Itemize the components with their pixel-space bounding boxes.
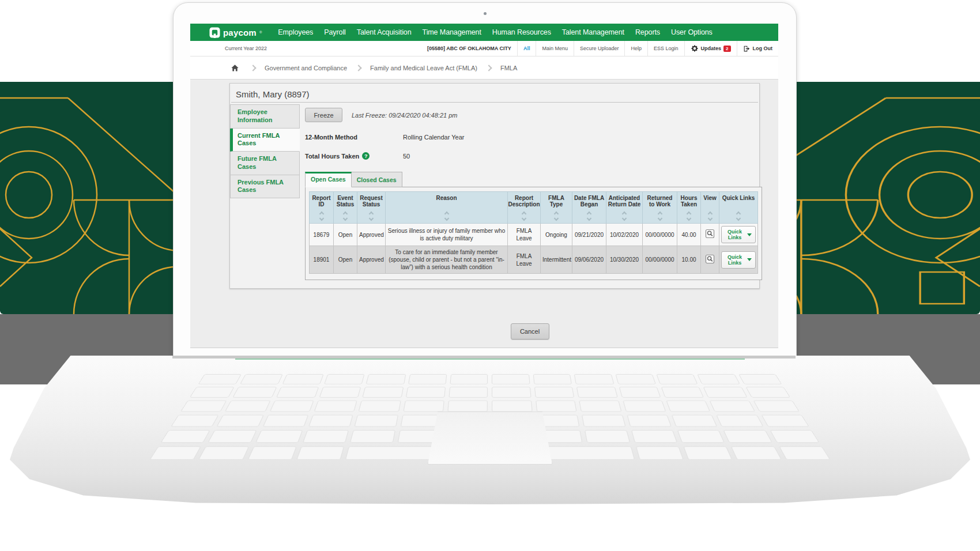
- tab-closed-cases[interactable]: Closed Cases: [352, 172, 402, 187]
- col-quick-links[interactable]: Quick Links: [719, 192, 758, 224]
- breadcrumb-fmla-act[interactable]: Family and Medical Leave Act (FMLA): [370, 65, 477, 71]
- cell-fmla-type: Intermittent: [541, 246, 572, 274]
- sidebar-item-future-fmla-cases[interactable]: Future FMLA Cases: [230, 152, 300, 175]
- sort-icon[interactable]: [542, 210, 571, 222]
- col-request-status[interactable]: Request Status: [357, 192, 386, 224]
- all-link[interactable]: All: [517, 41, 536, 56]
- col-event-status[interactable]: Event Status: [334, 192, 357, 224]
- total-hours-taken-label: Total Hours Taken: [305, 153, 359, 160]
- nav-item-payroll[interactable]: Payroll: [324, 28, 346, 36]
- webcam-dot: [484, 12, 487, 15]
- cell-report-description: FMLA Leave: [508, 246, 541, 274]
- col-hours-taken[interactable]: Hours Taken: [677, 192, 701, 224]
- utility-bar: Current Year 2022 [05580] ABC OF OKLAHOM…: [190, 41, 778, 56]
- logout-link[interactable]: Log Out: [737, 41, 779, 56]
- cell-event-status: Open: [334, 246, 357, 274]
- sort-icon[interactable]: [574, 210, 605, 222]
- sidebar-item-current-fmla-cases[interactable]: Current FMLA Cases: [230, 129, 300, 152]
- nav-item-human-resources[interactable]: Human Resources: [492, 28, 551, 36]
- updates-link[interactable]: Updates 2: [684, 41, 737, 56]
- home-icon[interactable]: [231, 64, 239, 72]
- col-report-id[interactable]: Report ID: [310, 192, 334, 224]
- sort-icon[interactable]: [311, 210, 332, 222]
- quick-links-label: Quick Links: [725, 254, 744, 266]
- cancel-button[interactable]: Cancel: [511, 323, 549, 339]
- quick-links-button[interactable]: Quick Links: [721, 251, 756, 269]
- cell-fmla-type: Ongoing: [541, 224, 572, 246]
- cell-request-status: Approved: [357, 224, 386, 246]
- chevron-down-icon: [747, 233, 752, 236]
- ess-login-link[interactable]: ESS Login: [647, 41, 684, 56]
- employee-fmla-panel: Smith, Mary (8897) Employee Information …: [229, 83, 760, 289]
- col-reason[interactable]: Reason: [386, 192, 508, 224]
- sort-icon[interactable]: [608, 210, 641, 222]
- sort-icon[interactable]: [702, 210, 718, 222]
- sort-icon[interactable]: [679, 210, 699, 222]
- nav-item-reports[interactable]: Reports: [635, 28, 660, 36]
- cell-request-status: Approved: [357, 246, 386, 274]
- gold-geometric-pattern: [0, 82, 180, 314]
- page-area: Smith, Mary (8897) Employee Information …: [190, 80, 778, 348]
- sort-icon[interactable]: [509, 210, 539, 222]
- updates-label: Updates: [701, 46, 722, 51]
- last-freeze-text: Last Freeze: 09/24/2020 04:48:21 pm: [352, 112, 457, 119]
- cell-returned-to-work: 00/00/0000: [643, 246, 677, 274]
- preview-magnifier-icon: [705, 229, 715, 239]
- paycom-logo[interactable]: paycom®: [209, 27, 262, 38]
- main-menu-link[interactable]: Main Menu: [536, 41, 574, 56]
- laptop-trackpad: [428, 412, 552, 465]
- decorative-panel-left: [0, 82, 180, 314]
- twelve-month-method-value: Rolling Calendar Year: [403, 134, 464, 141]
- nav-item-talent-acquisition[interactable]: Talent Acquisition: [357, 28, 412, 36]
- cell-report-id: 18901: [310, 246, 334, 274]
- logout-icon: [743, 45, 751, 52]
- client-label: [05580] ABC OF OKLAHOMA CITY: [421, 41, 517, 56]
- sidebar-item-previous-fmla-cases[interactable]: Previous FMLA Cases: [230, 175, 300, 199]
- col-date-fmla-began[interactable]: Date FMLA Began: [572, 192, 606, 224]
- sort-icon[interactable]: [335, 210, 356, 222]
- col-anticipated-return-date[interactable]: Anticipated Return Date: [606, 192, 643, 224]
- paycom-app: paycom® Employees Payroll Talent Acquisi…: [190, 24, 778, 348]
- case-tabs: Open Cases Closed Cases: [305, 172, 762, 187]
- sort-icon[interactable]: [644, 210, 676, 222]
- help-link[interactable]: Help: [624, 41, 647, 56]
- cell-hours-taken: 40.00: [677, 224, 701, 246]
- breadcrumb-fmla: FMLA: [500, 65, 517, 71]
- view-report-button[interactable]: [705, 254, 715, 264]
- fmla-section-tabs: Employee Information Current FMLA Cases …: [230, 104, 300, 198]
- chevron-right-icon: [355, 65, 361, 71]
- col-report-description[interactable]: Report Description: [508, 192, 541, 224]
- sort-icon[interactable]: [721, 210, 756, 222]
- secure-uploader-link[interactable]: Secure Uploader: [574, 41, 625, 56]
- cell-hours-taken: 10.00: [677, 246, 701, 274]
- breadcrumb-government-compliance[interactable]: Government and Compliance: [265, 65, 347, 71]
- freeze-button[interactable]: Freeze: [305, 108, 342, 122]
- nav-item-employees[interactable]: Employees: [278, 28, 313, 36]
- quick-links-button[interactable]: Quick Links: [721, 226, 756, 243]
- col-returned-to-work[interactable]: Returned to Work: [643, 192, 677, 224]
- nav-item-user-options[interactable]: User Options: [671, 28, 713, 36]
- chevron-right-icon: [485, 65, 492, 71]
- view-report-button[interactable]: [705, 229, 715, 239]
- total-hours-taken-value: 50: [403, 153, 410, 160]
- nav-item-talent-management[interactable]: Talent Management: [562, 28, 624, 36]
- gear-icon: [691, 44, 699, 52]
- sidebar-item-employee-information[interactable]: Employee Information: [230, 104, 300, 129]
- breadcrumb: Government and Compliance Family and Med…: [190, 56, 778, 80]
- paycom-logo-icon: [209, 27, 220, 38]
- cell-event-status: Open: [334, 224, 357, 246]
- page-title: Smith, Mary (8897): [230, 84, 759, 102]
- sort-icon[interactable]: [359, 210, 384, 222]
- nav-item-time-management[interactable]: Time Management: [423, 28, 481, 36]
- sort-icon[interactable]: [387, 210, 506, 222]
- table-row: 18901 Open Approved To care for an immed…: [310, 246, 758, 274]
- col-view[interactable]: View: [701, 192, 719, 224]
- col-fmla-type[interactable]: FMLA Type: [541, 192, 572, 224]
- marketing-scene: paycom® Employees Payroll Talent Acquisi…: [0, 0, 980, 551]
- tab-open-cases[interactable]: Open Cases: [305, 172, 352, 187]
- table-row: 18679 Open Approved Serious illness or i…: [310, 224, 758, 246]
- help-icon[interactable]: ?: [362, 152, 370, 160]
- cases-table-container: Report ID Event Status Request Status Re…: [305, 187, 762, 280]
- chevron-right-icon: [250, 65, 256, 71]
- open-cases-table: Report ID Event Status Request Status Re…: [309, 191, 758, 274]
